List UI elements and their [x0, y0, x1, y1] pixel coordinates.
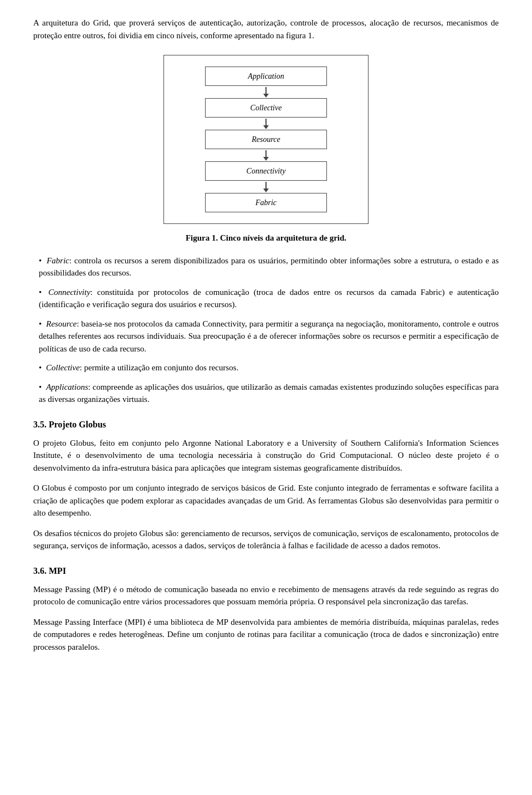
bullet-char-3: • — [39, 319, 42, 328]
figure-caption: Figura 1. Cinco níveis da arquitetura de… — [186, 232, 346, 244]
applications-text: : compreende as aplicações dos usuários,… — [39, 383, 499, 404]
bullet-char-4: • — [39, 363, 42, 372]
section-35-p2: O Globus é composto por um conjunto inte… — [33, 482, 499, 519]
diagram-resource: Resource — [205, 130, 327, 149]
bullet-applications: • Applications: compreende as aplicações… — [33, 381, 499, 406]
arrow-3 — [263, 149, 269, 161]
section-35-p3: Os desafios técnicos do projeto Globus s… — [33, 527, 499, 552]
applications-label: Applications — [46, 383, 88, 391]
bullet-char-2: • — [39, 288, 42, 297]
figure-diagram: Application Collective Resource Connecti… — [163, 55, 369, 224]
resource-label: Resource — [46, 319, 76, 328]
bullet-char-1: • — [39, 256, 42, 265]
bullet-connectivity: • Connectivity: constituída por protocol… — [33, 286, 499, 311]
bullet-fabric: • Fabric: controla os recursos a serem d… — [33, 254, 499, 279]
section-35-heading: 3.5. Projeto Globus — [33, 418, 499, 431]
arrow-1 — [263, 86, 269, 98]
section-35-p1: O projeto Globus, feito em conjunto pelo… — [33, 437, 499, 475]
collective-text: : permite a utilização em conjunto dos r… — [80, 363, 239, 372]
diagram-collective: Collective — [205, 98, 327, 118]
arrow-2 — [263, 118, 269, 130]
connectivity-text: : constituída por protocolos de comunica… — [39, 288, 499, 309]
intro-paragraph: A arquitetura do Grid, que proverá servi… — [33, 17, 499, 42]
diagram-fabric: Fabric — [205, 193, 327, 212]
bullet-resource: • Resource: baseia-se nos protocolos da … — [33, 318, 499, 355]
section-36-p2: Message Passing Interface (MPI) é uma bi… — [33, 616, 499, 654]
collective-label: Collective — [46, 363, 80, 372]
fabric-label: Fabric — [47, 256, 69, 265]
bullet-char-5: • — [39, 383, 42, 391]
section-36-p1: Message Passing (MP) é o método de comun… — [33, 583, 499, 608]
fabric-text: : controla os recursos a serem disponibi… — [39, 256, 499, 278]
resource-text: : baseia-se nos protocolos da camada Con… — [39, 319, 499, 353]
diagram-application: Application — [205, 67, 327, 86]
figure-1: Application Collective Resource Connecti… — [33, 55, 499, 244]
section-36-heading: 3.6. MPI — [33, 564, 499, 578]
arrow-4 — [263, 181, 269, 193]
bullet-collective: • Collective: permite a utilização em co… — [33, 361, 499, 374]
diagram-connectivity: Connectivity — [205, 161, 327, 181]
connectivity-label: Connectivity — [48, 288, 90, 297]
page-content: A arquitetura do Grid, que proverá servi… — [0, 0, 532, 683]
